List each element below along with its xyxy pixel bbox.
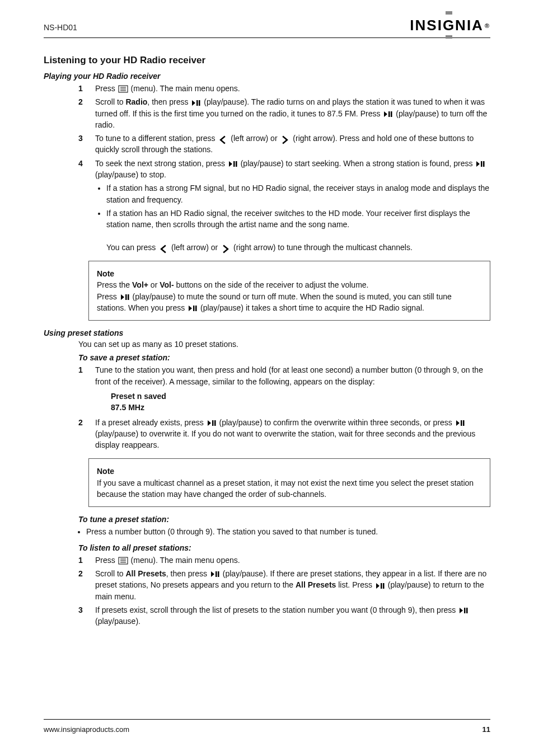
save-msg-2: 87.5 MHz xyxy=(111,402,490,413)
svg-marker-25 xyxy=(456,420,460,426)
logo-text-b: NIA xyxy=(455,17,484,34)
logo-text-a: INSI xyxy=(410,17,443,34)
save-preset-heading: To save a preset station: xyxy=(78,353,490,362)
svg-rect-18 xyxy=(128,294,129,300)
play-pause-icon xyxy=(375,582,385,590)
svg-rect-37 xyxy=(383,583,385,589)
chevron-right-icon xyxy=(280,135,290,143)
page-header: NS-HD01 INSIGNIA® xyxy=(44,17,490,38)
note-label-2: Note xyxy=(97,467,114,476)
note-label: Note xyxy=(97,269,114,278)
svg-rect-8 xyxy=(388,111,390,117)
play-step-2: Scroll to Radio, then press (play/pause)… xyxy=(78,96,490,130)
note-multicast: Note If you save a multicast channel as … xyxy=(88,458,490,507)
svg-rect-26 xyxy=(461,420,462,426)
play-pause-icon xyxy=(188,304,198,312)
model-number: NS-HD01 xyxy=(44,23,77,34)
svg-marker-32 xyxy=(211,571,214,577)
listen-heading: To listen to all preset stations: xyxy=(78,543,490,552)
note-volume: Note Press the Vol+ or Vol- buttons on t… xyxy=(88,261,490,321)
play-pause-icon xyxy=(475,160,485,168)
play-pause-icon xyxy=(191,99,201,107)
note-line-2: Press (play/pause) to mute the sound or … xyxy=(97,291,482,314)
listen-step-2: Scroll to All Presets, then press (play/… xyxy=(78,568,490,602)
play-pause-icon xyxy=(455,419,465,427)
svg-marker-13 xyxy=(476,161,480,167)
svg-marker-4 xyxy=(192,100,195,106)
svg-rect-5 xyxy=(196,100,198,106)
logo-g: G xyxy=(443,17,455,34)
save-msg-1: Preset n saved xyxy=(111,391,490,402)
preset-intro: You can set up as many as 10 preset stat… xyxy=(78,340,490,349)
play-pause-icon xyxy=(228,160,238,168)
footer-site: www.insigniaproducts.com xyxy=(44,725,129,734)
svg-rect-15 xyxy=(483,161,485,167)
svg-rect-9 xyxy=(391,111,392,117)
page-footer: www.insigniaproducts.com 11 xyxy=(44,719,490,734)
note-line-1: Press the Vol+ or Vol- buttons on the si… xyxy=(97,279,482,290)
play-step-1: Press (menu). The main menu opens. xyxy=(78,83,490,94)
playing-steps: Press (menu). The main menu opens. Scrol… xyxy=(44,83,490,253)
play-pause-icon xyxy=(458,607,469,614)
tune-step: Press a number button (0 through 9). The… xyxy=(86,526,490,537)
play-pause-icon xyxy=(207,419,217,427)
svg-rect-6 xyxy=(199,100,200,106)
note-multicast-text: If you save a multicast channel as a pre… xyxy=(97,477,482,500)
svg-rect-27 xyxy=(463,420,465,426)
play-sub-b: If a station has an HD Radio signal, the… xyxy=(106,208,490,253)
footer-page: 11 xyxy=(483,725,490,734)
brand-logo: INSIGNIA® xyxy=(410,17,490,34)
svg-rect-34 xyxy=(218,571,219,577)
chevron-left-icon xyxy=(218,135,228,143)
svg-rect-39 xyxy=(464,608,466,613)
svg-rect-24 xyxy=(214,420,216,426)
svg-rect-12 xyxy=(236,161,237,167)
svg-rect-11 xyxy=(233,161,235,167)
svg-rect-17 xyxy=(125,294,127,300)
svg-marker-35 xyxy=(376,583,380,589)
logo-reg: ® xyxy=(485,22,490,29)
play-step-3: To tune to a different station, press (l… xyxy=(78,133,490,156)
svg-marker-22 xyxy=(208,420,211,426)
menu-icon xyxy=(118,557,128,565)
svg-marker-7 xyxy=(384,111,387,117)
tune-heading: To tune a preset station: xyxy=(78,515,490,524)
play-pause-icon xyxy=(383,110,393,118)
svg-rect-14 xyxy=(481,161,483,167)
listen-step-3: If presets exist, scroll through the lis… xyxy=(78,604,490,627)
svg-rect-21 xyxy=(195,306,197,311)
preset-intro-block: You can set up as many as 10 preset stat… xyxy=(44,340,490,450)
section-title: Listening to your HD Radio receiver xyxy=(44,55,490,66)
save-step-2: If a preset already exists, press (play/… xyxy=(78,417,490,451)
svg-rect-23 xyxy=(212,420,214,426)
menu-icon xyxy=(118,85,128,93)
svg-rect-20 xyxy=(193,306,195,311)
save-step-1: Tune to the station you want, then press… xyxy=(78,364,490,413)
svg-marker-10 xyxy=(229,161,232,167)
play-pause-icon xyxy=(210,570,220,578)
svg-rect-40 xyxy=(466,608,468,613)
play-pause-icon xyxy=(120,293,130,301)
chevron-left-icon xyxy=(158,244,168,252)
subsection-playing: Playing your HD Radio receiver xyxy=(44,72,490,81)
svg-marker-19 xyxy=(189,306,192,311)
svg-marker-38 xyxy=(460,608,463,613)
svg-marker-16 xyxy=(121,294,124,300)
tune-block: To tune a preset station: Press a number… xyxy=(44,515,490,627)
play-sub-a: If a station has a strong FM signal, but… xyxy=(106,182,490,205)
listen-step-1: Press (menu). The main menu opens. xyxy=(78,555,490,566)
svg-rect-36 xyxy=(381,583,382,589)
svg-rect-33 xyxy=(216,571,217,577)
chevron-right-icon xyxy=(221,244,231,252)
play-step-4: To seek the next strong station, press (… xyxy=(78,158,490,253)
subsection-preset: Using preset stations xyxy=(44,328,490,337)
